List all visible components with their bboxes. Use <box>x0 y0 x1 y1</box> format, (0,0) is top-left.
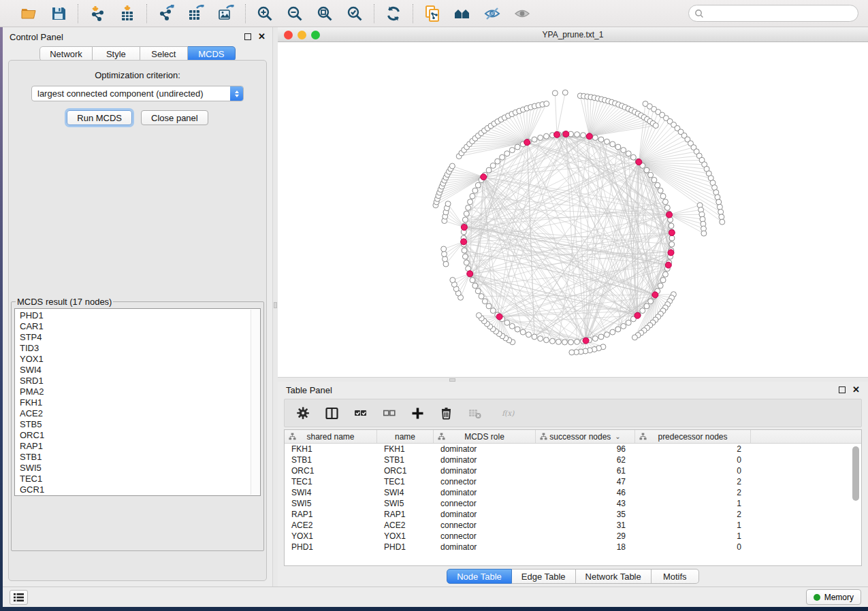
column-header-shared-name[interactable]: shared name <box>285 430 377 443</box>
graph-node[interactable] <box>556 339 561 344</box>
mcds-result-item[interactable]: PMA2 <box>20 386 260 397</box>
mcds-result-item[interactable]: FKH1 <box>20 397 260 408</box>
graph-node[interactable] <box>468 199 473 205</box>
float-panel-icon[interactable] <box>244 33 251 40</box>
graph-node[interactable] <box>543 133 549 139</box>
splitter-grip[interactable] <box>449 378 455 382</box>
zoom-out-icon[interactable] <box>285 4 305 23</box>
tab-network-table[interactable]: Network Table <box>576 569 652 584</box>
graph-node[interactable] <box>504 151 510 156</box>
graph-node[interactable] <box>655 182 660 188</box>
close-window-icon[interactable] <box>284 31 293 39</box>
graph-node[interactable] <box>626 151 631 156</box>
mcds-node[interactable] <box>563 131 569 137</box>
tab-motifs[interactable]: Motifs <box>652 569 699 584</box>
mcds-result-item[interactable]: STB1 <box>20 452 260 463</box>
run-mcds-button[interactable]: Run MCDS <box>67 110 132 125</box>
show-all-icon[interactable] <box>512 4 532 23</box>
graph-node[interactable] <box>701 231 707 236</box>
graph-node[interactable] <box>610 142 615 147</box>
column-header-MCDS-role[interactable]: MCDS role <box>434 430 536 443</box>
close-panel-button[interactable]: Close panel <box>141 110 208 125</box>
graph-node[interactable] <box>552 90 558 96</box>
mcds-result-item[interactable]: SRD1 <box>20 376 260 386</box>
graph-node[interactable] <box>598 334 604 340</box>
graph-node[interactable] <box>720 219 725 225</box>
memory-button[interactable]: Memory <box>806 589 861 605</box>
float-panel-icon[interactable] <box>839 386 846 393</box>
graph-node[interactable] <box>644 303 649 309</box>
column-header-predecessor-nodes[interactable]: predecessor nodes <box>635 430 751 443</box>
graph-node[interactable] <box>486 303 492 309</box>
graph-node[interactable] <box>441 251 447 257</box>
add-row-icon[interactable] <box>410 406 425 420</box>
tab-network[interactable]: Network <box>39 46 93 61</box>
graph-node[interactable] <box>549 338 555 344</box>
graph-node[interactable] <box>660 193 666 199</box>
graph-node[interactable] <box>575 132 580 137</box>
graph-node[interactable] <box>543 337 549 343</box>
graph-node[interactable] <box>486 167 492 173</box>
graph-node[interactable] <box>476 312 481 318</box>
panel-menu-button[interactable] <box>10 590 28 605</box>
unselect-all-icon[interactable] <box>381 406 396 420</box>
network-graph[interactable] <box>278 42 868 377</box>
clone-network-icon[interactable] <box>422 4 443 23</box>
table-row[interactable]: ACE2ACE2connector311 <box>285 520 861 531</box>
mcds-result-item[interactable]: STB5 <box>20 419 260 430</box>
graph-node[interactable] <box>544 101 549 106</box>
horizontal-splitter[interactable] <box>278 377 868 382</box>
export-network-icon[interactable] <box>156 4 176 23</box>
graph-node[interactable] <box>470 193 475 199</box>
graph-node[interactable] <box>470 278 475 283</box>
graph-node[interactable] <box>449 163 455 169</box>
graph-node[interactable] <box>717 204 722 210</box>
mcds-node[interactable] <box>665 262 671 268</box>
table-row[interactable]: YOX1YOX1connector291 <box>285 531 861 542</box>
graph-node[interactable] <box>621 323 626 329</box>
table-row[interactable]: RAP1RAP1dominator352 <box>285 509 861 520</box>
import-table-icon[interactable] <box>117 4 138 23</box>
graph-node[interactable] <box>568 340 574 345</box>
graph-node[interactable] <box>475 182 481 188</box>
graph-node[interactable] <box>464 211 469 216</box>
mcds-node[interactable] <box>586 133 592 139</box>
graph-node[interactable] <box>592 135 598 140</box>
mcds-result-item[interactable]: SWI4 <box>20 365 260 376</box>
delete-row-icon[interactable] <box>438 406 453 420</box>
graph-node[interactable] <box>615 144 621 150</box>
mcds-result-item[interactable]: PHD1 <box>20 310 260 321</box>
graph-node[interactable] <box>504 320 510 325</box>
mcds-node[interactable] <box>652 292 658 298</box>
graph-node[interactable] <box>520 329 526 335</box>
zoom-selected-icon[interactable] <box>344 4 365 23</box>
graph-node[interactable] <box>462 248 467 253</box>
graph-node[interactable] <box>592 336 598 342</box>
mcds-node[interactable] <box>461 225 467 231</box>
tab-node-table[interactable]: Node Table <box>447 569 512 584</box>
graph-node[interactable] <box>509 148 515 153</box>
save-icon[interactable] <box>48 4 69 23</box>
column-header-successor-nodes[interactable]: successor nodes⌄ <box>536 430 635 443</box>
network-overview-icon[interactable] <box>452 4 472 23</box>
mcds-node[interactable] <box>634 312 641 318</box>
mcds-result-item[interactable]: RAP1 <box>20 441 260 452</box>
select-all-icon[interactable] <box>353 406 368 420</box>
mcds-node[interactable] <box>583 337 589 344</box>
graph-node[interactable] <box>443 261 449 267</box>
mcds-node[interactable] <box>461 239 467 245</box>
graph-node[interactable] <box>648 299 654 304</box>
export-image-icon[interactable] <box>216 4 236 23</box>
graph-node[interactable] <box>462 217 468 222</box>
graph-node[interactable] <box>664 205 670 210</box>
vertical-splitter[interactable] <box>273 27 278 587</box>
delete-table-icon[interactable] <box>467 406 482 420</box>
graph-node[interactable] <box>472 283 478 288</box>
graph-node[interactable] <box>490 308 496 314</box>
graph-node[interactable] <box>718 209 724 214</box>
minimize-window-icon[interactable] <box>298 31 306 39</box>
mcds-result-item[interactable]: SWI5 <box>20 463 260 474</box>
graph-node[interactable] <box>644 167 649 173</box>
graph-node[interactable] <box>610 329 615 335</box>
tab-style[interactable]: Style <box>93 46 140 61</box>
